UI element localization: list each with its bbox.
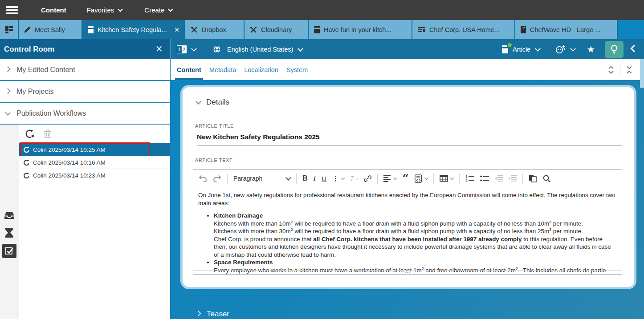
ai-assistant-button[interactable] [555, 44, 575, 54]
versions-button[interactable]: 12 [171, 45, 196, 53]
expand-all-button[interactable] [602, 64, 620, 76]
blockquote-icon[interactable]: “ [402, 175, 408, 182]
chevron-down-icon [393, 176, 397, 180]
tab-kitchen-safety[interactable]: Kitchen Safety Regula... × [82, 20, 185, 39]
teaser-section-header[interactable]: Teaser [196, 310, 229, 319]
richtext-editor: Paragraph B I U ⋮ Tx “ [193, 170, 622, 275]
chevron-down-icon [168, 7, 173, 12]
versions-icon: 12 [177, 45, 187, 53]
workflow-item-label: Colin 2025/03/14 10:25 AM [33, 146, 106, 153]
control-room-title: Control Room [4, 45, 54, 54]
tab-metadata[interactable]: Metadata [209, 59, 236, 80]
section-my-projects[interactable]: My Projects [0, 81, 170, 103]
italic-icon[interactable]: I [314, 174, 316, 183]
chevron-down-icon [424, 176, 428, 180]
menu-content[interactable]: Content [41, 6, 66, 14]
collapse-panel-button[interactable] [632, 47, 637, 51]
pencil-icon [24, 26, 31, 33]
chevron-left-icon [631, 45, 638, 52]
workflow-item[interactable]: Colin 2025/03/14 10:25 AM [19, 143, 170, 156]
details-section-header[interactable]: Details [196, 98, 229, 107]
indent-icon [509, 175, 517, 182]
section-publication-workflows[interactable]: Publication Workflows [0, 103, 170, 125]
tab-system[interactable]: System [286, 59, 308, 80]
favorite-star-button[interactable]: ★ [587, 44, 595, 55]
tab-dashboard[interactable] [0, 20, 19, 39]
outdent-icon [495, 175, 503, 182]
workflow-item[interactable]: Colin 2025/03/14 10:16 AM [19, 156, 170, 169]
product-icon [521, 26, 526, 33]
chevron-down-icon [341, 176, 345, 180]
article-bullet-list: Kitchen Drainage Kitchens with more than… [198, 212, 615, 276]
link-icon[interactable] [364, 175, 371, 182]
numbered-list-icon[interactable]: 12 [465, 175, 474, 182]
overflow-icon: ⋮ [332, 174, 339, 182]
bold-icon[interactable]: B [302, 174, 308, 182]
teaser-heading: Teaser [207, 310, 229, 319]
collapsed-panel-strip[interactable] [640, 59, 644, 88]
tab-chef-corp-home[interactable]: Chef Corp. USA Home... [412, 20, 515, 39]
code-block-button[interactable] [415, 174, 428, 183]
underline-icon[interactable]: U [322, 175, 326, 182]
chevron-down-icon [450, 176, 454, 180]
resize-grip-icon [404, 271, 411, 274]
tab-title: ChefWave HD - Large ... [530, 26, 600, 33]
article-title-input[interactable]: New Kitchen Safety Regulations 2025 [197, 133, 622, 145]
content-type-label: Article [513, 46, 530, 53]
tools-icon [250, 26, 257, 33]
tab-title: Dropbox [202, 26, 226, 33]
globe-icon [213, 45, 221, 53]
language-selector[interactable]: English (United States) [213, 45, 302, 53]
close-icon[interactable]: × [171, 25, 179, 35]
chevron-down-icon [118, 7, 123, 12]
paragraph-format-select[interactable]: Paragraph [233, 175, 290, 182]
paragraph-format-value: Paragraph [233, 175, 262, 182]
collapse-all-button[interactable] [620, 64, 638, 76]
chevron-right-icon [5, 88, 11, 94]
tab-meet-sally[interactable]: Meet Sally [19, 20, 82, 39]
list-item: Kitchen Drainage Kitchens with more than… [214, 212, 615, 258]
article-intro: On June 1st, new safety regulations for … [198, 191, 615, 207]
more-formatting-button[interactable]: ⋮ [332, 174, 344, 182]
close-icon[interactable]: × [155, 43, 163, 55]
workflow-item[interactable]: Colin 2025/03/14 10:23 AM [19, 169, 170, 182]
tab-have-fun[interactable]: Have fun in your kitch... [309, 20, 412, 39]
bullet-body: Kitchens with more than 10m2 will be req… [214, 220, 615, 259]
menu-create[interactable]: Create [144, 6, 172, 14]
paste-icon[interactable] [529, 174, 537, 182]
article-form-card: Details ARTICLE TITLE New Kitchen Safety… [183, 87, 634, 287]
redo-icon[interactable] [213, 175, 221, 182]
svg-text:2: 2 [465, 178, 468, 182]
tab-content[interactable]: Content [177, 59, 201, 80]
finished-tasks-toggle[interactable] [2, 244, 16, 258]
article-text-editor[interactable]: On June 1st, new safety regulations for … [193, 187, 622, 276]
bullet-title: Kitchen Drainage [214, 212, 263, 219]
article-text-label: ARTICLE TEXT [195, 157, 232, 163]
tab-dropbox[interactable]: Dropbox [185, 20, 245, 39]
tab-localization[interactable]: Localization [244, 59, 278, 80]
hamburger-menu-icon[interactable] [6, 6, 18, 14]
content-type-selector[interactable]: Article [501, 45, 540, 54]
alignment-button[interactable] [383, 175, 396, 182]
control-room-sidebar: My Edited Content My Projects Publicatio… [0, 59, 170, 319]
bullet-title: Space Requirements [214, 259, 273, 266]
ai-sparkle-icon [555, 44, 566, 54]
inbox-icon[interactable] [4, 210, 15, 220]
tab-cloudinary[interactable]: Cloudinary [245, 20, 309, 39]
bullet-list-icon[interactable] [480, 175, 489, 182]
trash-icon [44, 129, 51, 138]
page-list-icon [418, 27, 425, 32]
status-dot [507, 42, 513, 48]
section-my-edited-content[interactable]: My Edited Content [0, 59, 170, 81]
hourglass-icon[interactable] [4, 227, 14, 238]
undo-icon[interactable] [199, 175, 207, 182]
claim-task-icon[interactable] [24, 129, 35, 139]
table-button[interactable] [440, 175, 453, 182]
editor-resize-handle[interactable] [193, 271, 622, 274]
find-replace-icon[interactable] [542, 174, 551, 183]
workflow-item-label: Colin 2025/03/14 10:23 AM [33, 172, 106, 179]
suggestions-bulb-button[interactable] [605, 41, 624, 58]
chevron-down-icon [196, 99, 201, 105]
tab-chefwave[interactable]: ChefWave HD - Large ... [515, 20, 618, 39]
menu-favorites[interactable]: Favorites [87, 6, 122, 14]
